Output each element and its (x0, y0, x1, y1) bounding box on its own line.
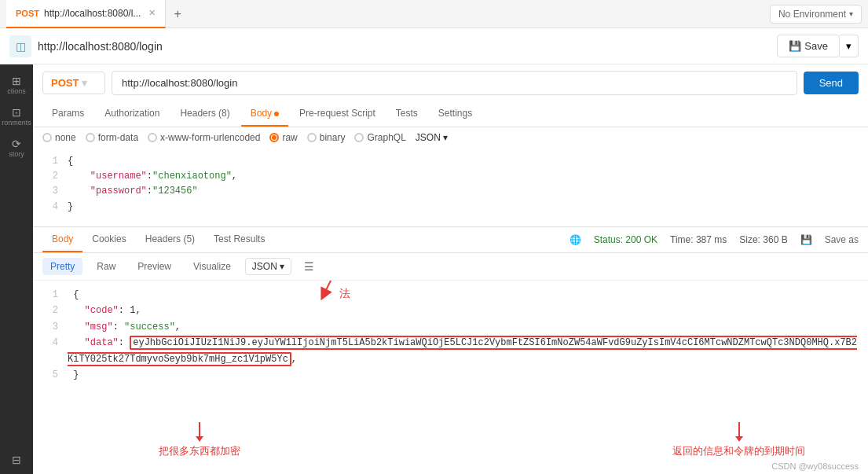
request-tabs: Params Authorization Headers (8) Body Pr… (33, 101, 868, 127)
resp-format-chevron-icon: ▾ (280, 261, 284, 272)
radio-none (42, 133, 52, 142)
tab-tests[interactable]: Tests (386, 101, 427, 127)
main-layout: ⊞ ctions ⊡ ronments ⟳ story ⊟ (0, 64, 868, 474)
req-code-line-4: 4 } (42, 200, 859, 215)
response-status-bar: 🌐 Status: 200 OK Time: 387 ms Size: 360 … (570, 234, 859, 245)
resp-tab-test-results[interactable]: Test Results (204, 227, 274, 252)
time-label: Time: 387 ms (670, 234, 727, 245)
annotation-encrypt-many: 把很多东西都加密 (159, 422, 240, 458)
sidebar-item-history[interactable]: ⟳ story (2, 134, 31, 162)
resp-line-2: 2 "code": 1, (42, 303, 859, 318)
format-tab-visualize[interactable]: Visualize (185, 258, 239, 275)
env-label: No Environment (778, 9, 846, 20)
tab-body[interactable]: Body (241, 101, 288, 127)
address-area: ◫ http://localhost:8080/login 💾 Save ▾ (0, 28, 868, 64)
body-type-urlencoded[interactable]: x-www-form-urlencoded (148, 132, 260, 143)
tab-url-label: http://localhost:8080/l... (44, 8, 141, 19)
filter-icon[interactable]: ☰ (304, 260, 314, 273)
body-dot-indicator (274, 112, 279, 116)
method-label: POST (51, 77, 79, 89)
sidebar: ⊞ ctions ⊡ ronments ⟳ story ⊟ (0, 64, 33, 474)
save-label: Save (804, 40, 828, 52)
body-type-none[interactable]: none (42, 132, 76, 143)
request-area: POST ▾ Send Params Authorization Head (33, 64, 868, 227)
req-code-line-1: 1 { (42, 154, 859, 169)
format-tab-pretty[interactable]: Pretty (42, 258, 82, 275)
size-label: Size: 360 B (739, 234, 787, 245)
body-type-binary[interactable]: binary (307, 132, 346, 143)
resp-tab-headers[interactable]: Headers (5) (136, 227, 204, 252)
sidebar-environments-label: ronments (2, 119, 31, 127)
svg-marker-2 (196, 436, 203, 442)
req-code-line-2: 2 "username":"chenxiaotong", (42, 169, 859, 184)
resp-format-label: JSON (252, 261, 277, 272)
globe-icon: 🌐 (570, 234, 581, 245)
radio-urlencoded (148, 133, 157, 142)
body-type-graphql[interactable]: GraphQL (354, 132, 405, 143)
save-dropdown-button[interactable]: ▾ (840, 35, 859, 57)
watermark: CSDN @wy08success (33, 458, 868, 474)
body-type-raw[interactable]: raw (269, 132, 297, 143)
send-button[interactable]: Send (804, 72, 859, 94)
request-code-editor[interactable]: 1 { 2 "username":"chenxiaotong", 3 "pass… (33, 148, 868, 226)
tab-add-button[interactable]: + (166, 7, 189, 21)
annotation-return-info: 返回的信息和令牌的到期时间 (672, 422, 805, 458)
save-button[interactable]: 💾 Save (777, 35, 840, 57)
response-body: 1 { 2 "code": 1, 3 "msg": "success", 4 " (33, 281, 868, 419)
tab-settings[interactable]: Settings (429, 101, 482, 127)
resp-line-1: 1 { (42, 287, 859, 303)
radio-graphql (354, 133, 364, 142)
method-chevron-icon: ▾ (82, 77, 87, 89)
sidebar-item-environments[interactable]: ⊡ ronments (2, 102, 31, 130)
tab-bar: POST http://localhost:8080/l... ✕ + No E… (0, 0, 868, 28)
url-bar: POST ▾ Send (33, 64, 868, 101)
response-format-selector[interactable]: JSON ▾ (245, 258, 291, 275)
save-icon: 💾 (789, 40, 801, 52)
environment-selector[interactable]: No Environment ▾ (770, 5, 862, 24)
body-type-form-data[interactable]: form-data (86, 132, 138, 143)
arrow-down-1 (192, 422, 207, 442)
address-url-label: http://localhost:8080/login (38, 40, 771, 53)
method-selector[interactable]: POST ▾ (42, 72, 105, 94)
tab-params[interactable]: Params (42, 101, 93, 127)
data-token-value: eyJhbGciOiJIUzI1NiJ9.eyJuYW1lIjoiNjmT5Li… (68, 336, 857, 366)
json-chevron-icon: ▾ (443, 132, 448, 143)
sidebar-item-layout[interactable]: ⊟ (2, 446, 31, 474)
tab-close-icon[interactable]: ✕ (148, 8, 156, 18)
format-json-selector[interactable]: JSON ▾ (416, 132, 448, 143)
content-area: POST ▾ Send Params Authorization Head (33, 64, 868, 474)
collection-icon: ◫ (9, 35, 31, 57)
tab-headers[interactable]: Headers (8) (170, 101, 239, 127)
req-code-line-3: 3 "password":"123456" (42, 184, 859, 199)
bottom-annotations: 把很多东西都加密 返回的信息和令牌的到期时间 (33, 419, 868, 458)
response-tabs: Body Cookies Headers (5) Test Results 🌐 … (33, 227, 868, 253)
resp-line-4: 4 "data": eyJhbGciOiJIUzI1NiJ9.eyJuYW1lI… (42, 335, 859, 367)
body-type-bar: none form-data x-www-form-urlencoded raw (33, 127, 868, 148)
radio-form-data (86, 133, 95, 142)
resp-tab-body[interactable]: Body (42, 227, 82, 252)
save-as-button[interactable]: Save as (825, 234, 859, 245)
resp-tab-cookies[interactable]: Cookies (82, 227, 135, 252)
url-input[interactable] (112, 71, 797, 95)
tab-post-login[interactable]: POST http://localhost:8080/l... ✕ (6, 0, 166, 28)
status-label: Status: 200 OK (594, 234, 657, 245)
sidebar-collections-label: ctions (7, 87, 26, 95)
tab-method-badge: POST (16, 9, 39, 18)
save-as-icon: 💾 (800, 234, 812, 245)
resp-line-5: 5 } (42, 367, 859, 383)
env-chevron-icon: ▾ (849, 9, 853, 18)
arrow-down-2 (731, 422, 747, 442)
svg-marker-4 (735, 436, 743, 442)
app-container: POST http://localhost:8080/l... ✕ + No E… (0, 0, 868, 474)
response-area: Body Cookies Headers (5) Test Results 🌐 … (33, 227, 868, 474)
format-tab-preview[interactable]: Preview (130, 258, 179, 275)
radio-raw (269, 133, 279, 142)
response-format-bar: Pretty Raw Preview Visualize JSON ▾ (33, 253, 868, 281)
sidebar-history-label: story (9, 150, 24, 158)
radio-binary (307, 133, 317, 142)
tab-authorization[interactable]: Authorization (95, 101, 169, 127)
format-tab-raw[interactable]: Raw (89, 258, 123, 275)
resp-line-3: 3 "msg": "success", (42, 319, 859, 335)
tab-pre-request-script[interactable]: Pre-request Script (290, 101, 385, 127)
sidebar-item-collections[interactable]: ⊞ ctions (2, 71, 31, 99)
